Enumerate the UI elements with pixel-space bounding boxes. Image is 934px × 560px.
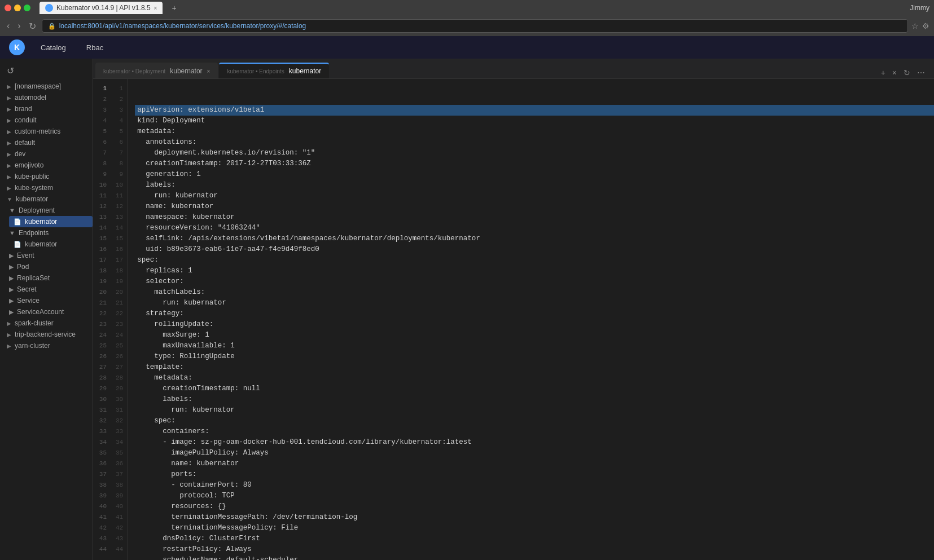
sidebar-item-label: automodel	[15, 94, 46, 102]
forward-button[interactable]: ›	[15, 20, 23, 32]
tab-endpoints[interactable]: kubernator • Endpoints kubernator	[219, 63, 329, 78]
line-number-34: 34	[93, 437, 111, 448]
line-number-secondary-31: 31	[111, 405, 128, 416]
sidebar-item-conduit[interactable]: ▶ conduit	[0, 114, 93, 126]
sidebar-refresh-button[interactable]: ↺	[0, 63, 93, 81]
line-number-secondary-37: 37	[111, 469, 128, 480]
new-tab-button[interactable]: +	[167, 1, 181, 15]
line-number-secondary-20: 20	[111, 287, 128, 298]
browser-tab[interactable]: Kubernator v0.14.9 | API v1.8.5 ×	[40, 2, 163, 14]
tab-favicon	[45, 4, 53, 12]
line-number-secondary-24: 24	[111, 330, 128, 341]
nav-rbac[interactable]: Rbac	[82, 41, 108, 54]
sidebar-item-automodel[interactable]: ▶ automodel	[0, 92, 93, 103]
line-number-22: 22	[93, 308, 111, 319]
tab-deployment[interactable]: kubernator • Deployment kubernator ×	[95, 63, 218, 78]
code-line-3: metadata:	[135, 126, 934, 137]
chevron-icon: ▶	[7, 343, 11, 349]
sidebar-item-kubernator[interactable]: ▼ kubernator	[0, 193, 93, 205]
sidebar-item-pod[interactable]: ▶ Pod	[5, 261, 93, 272]
line-numbers-secondary: 1234567891011121314151617181920212223242…	[111, 79, 128, 560]
code-line-24: type: RollingUpdate	[135, 351, 934, 362]
line-number-38: 38	[93, 480, 111, 491]
sidebar-item-emojivoto[interactable]: ▶ emojivoto	[0, 160, 93, 171]
line-number-8: 8	[93, 158, 111, 169]
code-content[interactable]: apiVersion: extensions/v1beta1kind: Depl…	[135, 79, 934, 560]
tab-label: kubernator	[289, 67, 321, 75]
bookmark-icon[interactable]: ☆	[911, 21, 919, 30]
line-number-42: 42	[93, 523, 111, 533]
line-number-32: 32	[93, 416, 111, 426]
close-button[interactable]	[5, 5, 11, 11]
code-line-7: generation: 1	[135, 169, 934, 180]
reload-button[interactable]: ↻	[27, 20, 38, 33]
add-tab-button[interactable]: +	[879, 67, 888, 78]
line-number-secondary-35: 35	[111, 448, 128, 458]
tab-close-button[interactable]: ×	[207, 68, 211, 74]
tab-meta: kubernator • Deployment	[103, 68, 165, 74]
sidebar-item-serviceaccount[interactable]: ▶ ServiceAccount	[5, 306, 93, 318]
endpoints-children: 📄 kubernator	[5, 239, 93, 250]
code-line-43: schedulerName: default-scheduler	[135, 555, 934, 560]
code-line-41: dnsPolicy: ClusterFirst	[135, 533, 934, 544]
refresh-tab-button[interactable]: ↻	[901, 67, 913, 78]
folder-icon: ▶	[9, 297, 14, 305]
maximize-button[interactable]	[24, 5, 30, 11]
sidebar-item-kubernator-endpoints[interactable]: 📄 kubernator	[9, 239, 93, 250]
sidebar-item-custom-metrics[interactable]: ▶ custom-metrics	[0, 126, 93, 137]
url-bar[interactable]: 🔒 localhost:8001/api/v1/namespaces/kuber…	[42, 19, 908, 33]
more-actions-button[interactable]: ⋯	[915, 67, 927, 78]
close-all-button[interactable]: ×	[890, 67, 899, 78]
code-line-4: annotations:	[135, 137, 934, 148]
tabs-bar: kubernator • Deployment kubernator × kub…	[93, 59, 934, 79]
line-number-36: 36	[93, 458, 111, 469]
sidebar-item-trip-backend-service[interactable]: ▶ trip-backend-service	[0, 329, 93, 340]
code-line-26: metadata:	[135, 373, 934, 383]
code-editor[interactable]: 1234567891011121314151617181920212223242…	[93, 79, 934, 560]
minimize-button[interactable]	[14, 5, 21, 11]
line-number-7: 7	[93, 148, 111, 158]
line-number-secondary-38: 38	[111, 480, 128, 491]
sidebar-item-spark-cluster[interactable]: ▶ spark-cluster	[0, 318, 93, 329]
extensions-icon[interactable]: ⚙	[922, 21, 929, 30]
file-icon: 📄	[14, 218, 21, 226]
sidebar-item-kube-system[interactable]: ▶ kube-system	[0, 182, 93, 193]
tab-close-icon[interactable]: ×	[154, 5, 157, 11]
code-line-1: apiVersion: extensions/v1beta1	[135, 105, 934, 116]
sidebar-item-label: kube-system	[15, 184, 53, 192]
lock-icon: 🔒	[48, 23, 56, 30]
window-controls[interactable]	[5, 5, 30, 11]
sidebar-item-default[interactable]: ▶ default	[0, 137, 93, 148]
line-number-3: 3	[93, 105, 111, 116]
sidebar-item-label: trip-backend-service	[15, 330, 76, 338]
sidebar-item-brand[interactable]: ▶ brand	[0, 103, 93, 114]
sidebar-item-kubernator-deploy[interactable]: 📄 kubernator	[9, 216, 93, 227]
line-number-20: 20	[93, 287, 111, 298]
line-number-secondary-9: 9	[111, 169, 128, 180]
sidebar-item-kube-public[interactable]: ▶ kube-public	[0, 171, 93, 182]
sidebar-item-nonamespace[interactable]: ▶ [nonamespace]	[0, 81, 93, 92]
sidebar-item-endpoints[interactable]: ▼ Endpoints	[5, 227, 93, 239]
code-line-19: run: kubernator	[135, 298, 934, 308]
code-line-15: spec:	[135, 255, 934, 266]
sidebar-item-replicaset[interactable]: ▶ ReplicaSet	[5, 272, 93, 284]
code-line-36: - containerPort: 80	[135, 480, 934, 491]
code-line-21: rollingUpdate:	[135, 319, 934, 330]
line-number-secondary-10: 10	[111, 180, 128, 191]
sidebar-item-deployment[interactable]: ▼ Deployment	[5, 205, 93, 216]
sidebar-item-secret[interactable]: ▶ Secret	[5, 284, 93, 295]
sidebar-item-event[interactable]: ▶ Event	[5, 250, 93, 261]
folder-icon: ▶	[9, 275, 14, 282]
sidebar-item-label: kubernator	[25, 218, 57, 226]
line-number-19: 19	[93, 276, 111, 287]
folder-icon: ▼	[9, 230, 15, 236]
sidebar-item-yarn-cluster[interactable]: ▶ yarn-cluster	[0, 340, 93, 351]
sidebar-item-service[interactable]: ▶ Service	[5, 295, 93, 306]
line-number-secondary-44: 44	[111, 544, 128, 555]
sidebar-item-dev[interactable]: ▶ dev	[0, 148, 93, 160]
code-line-25: template:	[135, 362, 934, 373]
code-line-10: name: kubernator	[135, 201, 934, 212]
line-number-secondary-25: 25	[111, 341, 128, 351]
nav-catalog[interactable]: Catalog	[36, 41, 71, 54]
back-button[interactable]: ‹	[5, 20, 12, 32]
